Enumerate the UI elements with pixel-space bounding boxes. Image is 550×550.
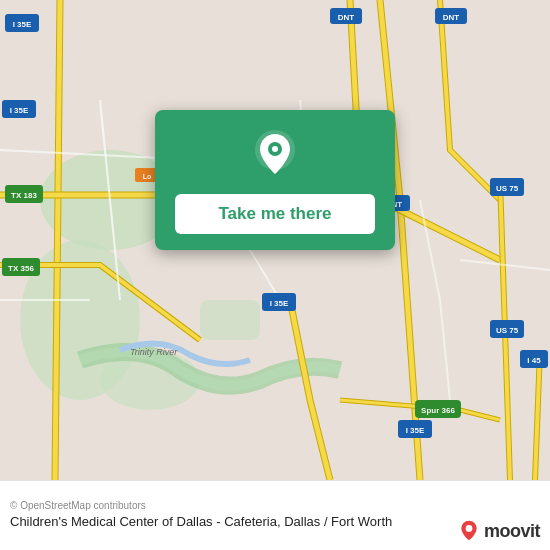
svg-text:Lo: Lo (143, 173, 152, 180)
moovit-logo: moovit (458, 520, 540, 542)
svg-text:US 75: US 75 (496, 326, 519, 335)
svg-text:Trinity River: Trinity River (130, 347, 178, 357)
svg-text:Spur 366: Spur 366 (421, 406, 455, 415)
svg-text:I 35E: I 35E (270, 299, 289, 308)
svg-point-36 (272, 146, 278, 152)
svg-text:I 35E: I 35E (13, 20, 32, 29)
location-pin-icon (248, 128, 302, 182)
svg-text:TX 356: TX 356 (8, 264, 34, 273)
svg-text:I 35E: I 35E (406, 426, 425, 435)
svg-text:I 35E: I 35E (10, 106, 29, 115)
svg-text:I 45: I 45 (527, 356, 541, 365)
svg-point-37 (466, 525, 473, 532)
svg-text:TX 183: TX 183 (11, 191, 37, 200)
popup-card: Take me there (155, 110, 395, 250)
svg-rect-3 (200, 300, 260, 340)
svg-text:DNT: DNT (443, 13, 460, 22)
svg-text:US 75: US 75 (496, 184, 519, 193)
svg-text:DNT: DNT (338, 13, 355, 22)
moovit-brand-text: moovit (484, 521, 540, 542)
take-me-there-button[interactable]: Take me there (175, 194, 375, 234)
moovit-pin-icon (458, 520, 480, 542)
copyright-text: © OpenStreetMap contributors (10, 500, 540, 511)
map-container: I 35E I 35E DNT DNT DNT TX 183 TX 356 I … (0, 0, 550, 480)
